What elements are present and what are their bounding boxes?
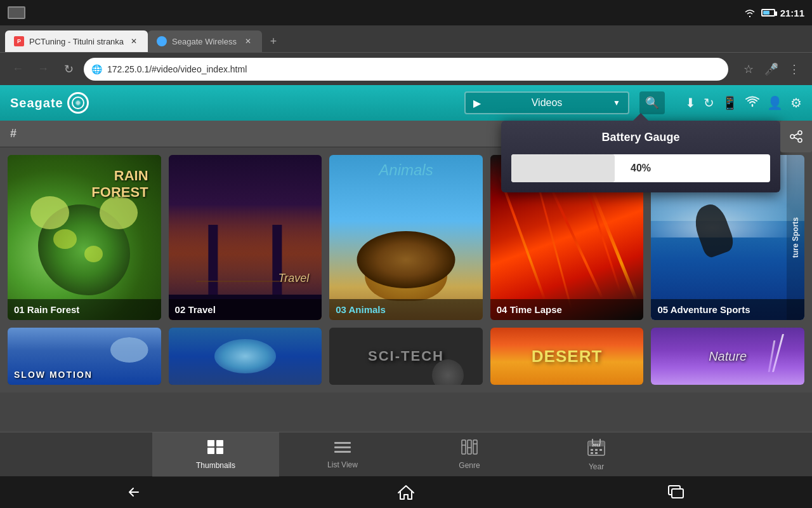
status-bar-left [8,6,25,19]
nature-text: Nature [709,349,747,364]
year-calendar-icon: 2012 [587,438,605,460]
desert-text: DESERT [532,347,602,366]
video-card-blue-water[interactable] [169,328,322,385]
tab-close-pctuning[interactable]: ✕ [129,36,139,46]
svg-rect-30 [672,489,683,498]
time-lapse-label: 04 Time Lapse [490,299,644,320]
settings-icon[interactable]: ⚙ [790,95,802,110]
battery-bar-container: 40% [511,154,770,182]
wifi-icon [743,8,756,18]
tab-seagate[interactable]: Seagate Wireless ✕ [148,30,262,52]
video-card-travel[interactable]: Travel 02 Travel [169,155,322,320]
address-bar[interactable]: 🌐 172.25.0.1/#video/video_index.html [84,58,728,81]
status-bar-right: 21:11 [743,8,804,18]
tab-close-seagate[interactable]: ✕ [243,36,253,46]
download-icon[interactable]: ⬇ [685,95,696,110]
refresh-icon[interactable]: ↻ [704,95,714,110]
animals-label: 03 Animals [329,299,483,320]
svg-line-5 [794,138,798,140]
forward-button[interactable]: → [33,59,53,79]
list-view-icon [334,440,351,458]
bottom-tab-bar: Thumbnails List View Genre [0,432,812,476]
new-tab-button[interactable]: + [262,30,285,52]
search-icon: 🔍 [645,96,659,110]
battery-bar-fill [511,154,615,182]
bookmark-icon[interactable]: ☆ [738,59,759,79]
battery-gauge-popup: Battery Gauge 40% [501,121,780,192]
battery-gauge-title: Battery Gauge [511,131,770,144]
svg-point-1 [798,131,802,135]
voice-icon[interactable]: 🎤 [761,59,782,79]
video-card-rain-forest[interactable]: RAINFOREST 01 Rain Forest [8,155,161,320]
svg-rect-27 [591,452,593,454]
wifi-header-icon[interactable] [745,96,759,110]
header-actions: ⬇ ↻ 📱 👤 ⚙ [685,95,802,110]
share-icon [789,130,803,144]
svg-rect-28 [595,452,598,454]
svg-rect-26 [599,449,602,451]
seagate-logo-icon [71,96,85,110]
adventure-label: 05 Adventure Sports [651,299,804,320]
sci-tech-text: SCI-TECH [368,348,444,364]
rain-forest-title: RAINFOREST [91,168,148,201]
slow-motion-text: SLOW MOTION [14,370,93,380]
svg-rect-7 [216,440,223,446]
svg-point-2 [790,135,794,138]
svg-rect-12 [334,451,351,453]
thumbnails-icon [207,439,225,458]
reload-button[interactable]: ↻ [58,59,79,79]
back-button[interactable]: ← [8,59,28,79]
battery-status-icon [761,9,775,17]
device-icon[interactable]: 📱 [722,95,738,110]
svg-line-4 [794,134,798,136]
tab-year[interactable]: 2012 Year [533,432,660,477]
tab-pctuning[interactable]: P PCTuning - Titulni stranka ✕ [5,30,148,52]
list-view-label: List View [327,460,358,469]
svg-rect-10 [334,442,351,444]
search-button[interactable]: 🔍 [639,91,665,114]
tab-label-seagate: Seagate Wireless [172,37,237,46]
rain-forest-label: 01 Rain Forest [8,299,161,320]
travel-label: 02 Travel [169,299,322,320]
tab-genre[interactable]: Genre [406,432,533,477]
popup-arrow [633,113,648,121]
user-icon[interactable]: 👤 [767,95,783,110]
svg-rect-13 [462,440,466,454]
share-button[interactable] [780,121,812,152]
svg-rect-9 [216,448,223,454]
svg-rect-11 [334,446,351,448]
seagate-wordmark: Seagate [10,96,63,110]
svg-point-3 [798,138,802,142]
system-home-button[interactable] [381,479,431,505]
svg-rect-8 [207,448,214,454]
address-text: 172.25.0.1/#video/video_index.html [107,64,721,74]
video-card-desert[interactable]: DESERT [490,328,644,385]
tab-favicon-seagate [157,36,167,46]
tab-list-view[interactable]: List View [279,432,406,477]
tab-thumbnails[interactable]: Thumbnails [152,432,279,477]
video-card-nature[interactable]: Nature [651,328,804,385]
video-card-slow-motion[interactable]: SLOW MOTION [8,328,161,385]
svg-rect-14 [468,440,471,454]
tab-label-pctuning: PCTuning - Titulni stranka [29,37,124,46]
video-card-sci-tech[interactable]: SCI-TECH [329,328,483,385]
category-dropdown[interactable]: ▶ Videos ▼ [464,91,629,114]
menu-icon[interactable]: ⋮ [784,59,804,79]
svg-rect-25 [595,449,598,451]
video-grid-row2: SLOW MOTION SCI-TECH DESERT [0,328,812,392]
system-back-button[interactable] [110,479,160,505]
svg-rect-15 [473,440,477,454]
year-label: Year [589,462,604,471]
seagate-header: Seagate ▶ Videos ▼ 🔍 ⬇ ↻ 📱 👤 [0,85,812,121]
status-time: 21:11 [780,8,804,18]
svg-rect-6 [207,440,214,446]
nav-bar [0,476,812,508]
toolbar-icons: ☆ 🎤 ⋮ [738,59,804,79]
system-recents-button[interactable] [652,479,702,505]
dropdown-arrow-icon: ▼ [613,98,620,107]
tab-favicon-pctuning: P [14,36,24,46]
video-card-animals[interactable]: Animals 03 Animals [329,155,483,320]
video-icon: ▶ [473,97,481,109]
screen-icon [8,6,25,19]
genre-icon [461,439,478,458]
